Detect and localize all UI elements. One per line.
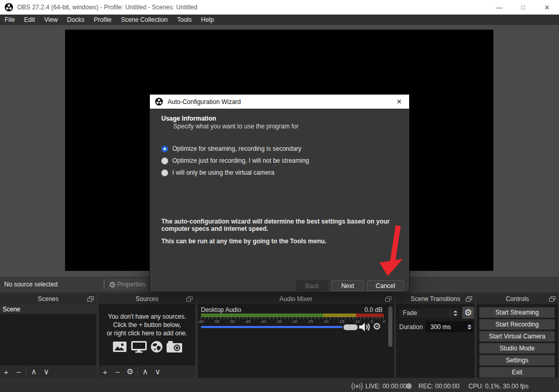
mixer-scrollbar[interactable] xyxy=(388,306,392,347)
scenes-header[interactable]: Scenes xyxy=(0,294,96,304)
mixer-channel-name: Desktop Audio xyxy=(201,306,241,313)
decrement-icon[interactable] xyxy=(467,328,472,330)
mixer-tick-label: -40 xyxy=(260,319,266,324)
sources-toolbar: + − ⚙ ∧ ∨ xyxy=(99,365,195,378)
controls-header[interactable]: Controls xyxy=(477,294,558,304)
move-scene-up-icon[interactable]: ∧ xyxy=(28,367,40,376)
cancel-button[interactable]: Cancel xyxy=(367,280,404,291)
menu-file[interactable]: File xyxy=(0,15,19,25)
gear-icon: ⚙ xyxy=(464,307,472,318)
remove-scene-icon[interactable]: − xyxy=(12,368,25,376)
menu-bar: File Edit View Docks Profile Scene Colle… xyxy=(0,15,559,25)
scenes-toolbar: + − ∧ ∨ xyxy=(0,365,96,378)
chevron-up-icon xyxy=(453,310,458,312)
live-timer: LIVE: 00:00:00 xyxy=(365,380,406,392)
dock-popout-icon[interactable] xyxy=(549,296,555,302)
radio-unselected-icon[interactable] xyxy=(161,169,168,176)
increment-icon[interactable] xyxy=(467,324,472,326)
auto-config-wizard-dialog: Auto-Configuration Wizard ✕ Usage Inform… xyxy=(149,94,410,292)
globe-source-icon xyxy=(150,341,163,353)
radio-optimize-recording[interactable]: Optimize just for recording, I will not … xyxy=(161,157,309,164)
scene-transitions-panel: Scene Transitions Fade ⚙ Duration 300 ms xyxy=(396,294,475,378)
obs-logo-icon xyxy=(5,3,13,11)
scenes-panel: Scenes Scene + − ∧ ∨ xyxy=(0,294,96,378)
scene-transitions-header[interactable]: Scene Transitions xyxy=(396,294,475,304)
studio-mode-button[interactable]: Studio Mode xyxy=(479,343,555,354)
mixer-tick-label: -15 xyxy=(338,319,345,324)
mixer-tick-label: -25 xyxy=(307,319,313,324)
add-source-icon[interactable]: + xyxy=(99,368,111,376)
volume-meter xyxy=(201,313,384,317)
scene-list-item[interactable]: Scene xyxy=(0,304,96,314)
maximize-icon[interactable]: □ xyxy=(511,0,535,15)
dock-area: Scenes Scene + − ∧ ∨ Sources xyxy=(0,292,559,380)
radio-optimize-streaming[interactable]: Optimize for streaming, recording is sec… xyxy=(161,145,301,152)
menu-docks[interactable]: Docks xyxy=(62,15,89,25)
radio-selected-icon[interactable] xyxy=(161,146,168,152)
speaker-icon[interactable] xyxy=(358,322,371,332)
properties-button[interactable]: ⚙ Properties xyxy=(107,279,147,290)
source-status-text: No source selected xyxy=(4,277,58,292)
toolbar-separator xyxy=(137,368,138,376)
mixer-tick-label: -20 xyxy=(323,319,329,324)
add-scene-icon[interactable]: + xyxy=(0,368,12,376)
transition-selected-value: Fade xyxy=(399,309,450,317)
source-type-icons xyxy=(99,341,195,353)
mixer-tick-label: -55 xyxy=(213,319,220,324)
volume-slider-track[interactable] xyxy=(201,326,342,328)
close-icon[interactable]: ✕ xyxy=(535,0,559,15)
move-source-down-icon[interactable]: ∨ xyxy=(151,367,164,376)
sources-empty-line3: or right click here to add one. xyxy=(99,329,195,337)
mixer-level-value: 0.0 dB xyxy=(364,306,383,313)
start-recording-button[interactable]: Start Recording xyxy=(479,319,555,330)
rec-timer: REC: 00:00:00 xyxy=(418,380,460,392)
spinbox-arrows[interactable] xyxy=(465,324,473,330)
dock-popout-icon[interactable] xyxy=(186,296,193,302)
transition-properties-button[interactable]: ⚙ xyxy=(462,307,474,319)
minimize-icon[interactable]: — xyxy=(487,0,511,15)
dialog-titlebar[interactable]: Auto-Configuration Wizard ✕ xyxy=(150,95,409,109)
dock-popout-icon[interactable] xyxy=(87,296,94,302)
menu-tools[interactable]: Tools xyxy=(172,15,196,25)
toolbar-separator xyxy=(26,368,27,376)
radio-virtual-camera[interactable]: I will only be using the virtual camera xyxy=(161,169,274,176)
duration-label: Duration xyxy=(399,323,423,331)
mixer-tick-label: -60 xyxy=(198,319,204,324)
radio-unselected-icon[interactable] xyxy=(161,158,168,164)
start-streaming-button[interactable]: Start Streaming xyxy=(479,307,555,318)
move-source-up-icon[interactable]: ∧ xyxy=(139,367,151,376)
menu-profile[interactable]: Profile xyxy=(89,15,116,25)
window-titlebar: OBS 27.2.4 (64-bit, windows) - Profile: … xyxy=(0,0,559,15)
dialog-subheading: Specify what you want to use the program… xyxy=(173,123,299,130)
move-scene-down-icon[interactable]: ∨ xyxy=(40,367,53,376)
window-controls: — □ ✕ xyxy=(487,0,559,15)
mixer-gear-icon[interactable]: ⚙ xyxy=(373,321,381,332)
next-button[interactable]: Next xyxy=(332,280,364,291)
menu-edit[interactable]: Edit xyxy=(19,15,40,25)
dock-popout-icon[interactable] xyxy=(466,296,472,302)
dialog-close-icon[interactable]: ✕ xyxy=(389,95,409,109)
sources-title: Sources xyxy=(135,295,158,303)
source-properties-icon[interactable]: ⚙ xyxy=(124,367,136,376)
sources-header[interactable]: Sources xyxy=(99,294,195,304)
exit-button[interactable]: Exit xyxy=(479,367,555,377)
chevron-down-icon xyxy=(453,314,458,316)
menu-view[interactable]: View xyxy=(40,15,62,25)
remove-source-icon[interactable]: − xyxy=(111,368,124,376)
start-virtual-camera-button[interactable]: Start Virtual Camera xyxy=(479,331,555,342)
dock-popout-icon[interactable] xyxy=(385,296,391,302)
controls-title: Controls xyxy=(506,295,529,303)
obs-logo-icon xyxy=(155,98,163,106)
duration-spinbox[interactable]: 300 ms xyxy=(426,321,473,332)
menu-help[interactable]: Help xyxy=(196,15,219,25)
mixer-tick-label: -30 xyxy=(291,319,298,324)
rec-dot-icon xyxy=(405,380,412,392)
menu-scene-collection[interactable]: Scene Collection xyxy=(116,15,172,25)
audio-mixer-header[interactable]: Audio Mixer xyxy=(198,294,394,304)
settings-button[interactable]: Settings xyxy=(479,355,555,365)
transition-select[interactable]: Fade xyxy=(398,307,460,319)
volume-meter-scale: -60 -55 -50 -45 -40 -35 -30 -25 -20 -15 … xyxy=(198,319,385,324)
mixer-tick-label: -50 xyxy=(229,319,235,324)
volume-slider-handle[interactable] xyxy=(344,324,358,330)
sources-empty-line2: Click the + button below, xyxy=(99,321,195,329)
